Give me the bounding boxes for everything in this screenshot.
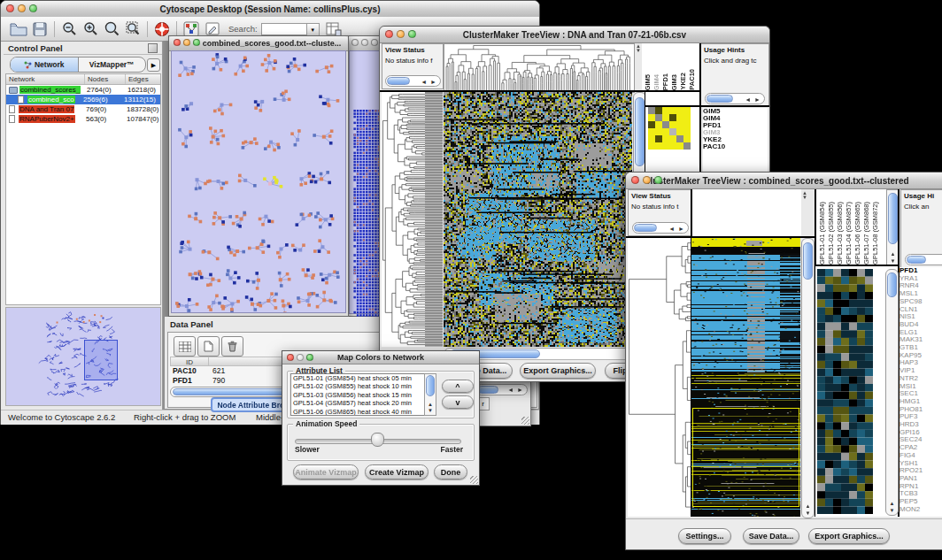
network-canvas-area[interactable] <box>171 50 346 313</box>
scroll-down-icon[interactable]: ▼ <box>886 508 898 513</box>
row-dendrogram-canvas[interactable] <box>628 238 691 517</box>
row-dendrogram-canvas[interactable] <box>382 92 425 347</box>
resize-grip[interactable] <box>521 417 529 425</box>
export-graphics-button[interactable]: Export Graphics... <box>808 528 890 544</box>
network-table-row[interactable]: RNAPuberNov2+563(0)107847(0) <box>6 114 160 124</box>
close-button[interactable] <box>287 354 294 361</box>
create-vizmap-button[interactable]: Create Vizmap <box>365 464 429 479</box>
heatmap-panel[interactable] <box>444 92 632 347</box>
scrollbar-thumb[interactable] <box>477 386 498 394</box>
scroll-down-icon[interactable]: ▼ <box>425 408 436 413</box>
close-button[interactable] <box>385 30 393 38</box>
open-folder-icon[interactable] <box>8 19 29 39</box>
minimize-button[interactable] <box>18 4 26 12</box>
scrollbar-thumb[interactable] <box>387 77 410 85</box>
move-up-button[interactable]: ^ <box>442 380 474 393</box>
attribute-list-item[interactable]: GPL51-03 (GSM856) heat shock 15 min <box>291 391 436 399</box>
animation-slider-thumb[interactable] <box>371 433 384 447</box>
tab-vizmapper[interactable]: VizMapper™ <box>79 58 146 72</box>
scroll-arrows-icon[interactable]: ◄ ► <box>745 96 761 104</box>
scrollbar-thumb[interactable] <box>634 224 657 232</box>
attribute-list-item[interactable]: GPL51-04 (GSM857) heat shock 20 min <box>291 399 436 407</box>
heatmap-canvas[interactable] <box>444 92 632 347</box>
fragment-hscrollbar[interactable]: ◄ ► <box>475 384 528 395</box>
scrollbar-thumb[interactable] <box>803 242 813 280</box>
minimize-button[interactable] <box>361 39 368 46</box>
row-dendrogram-panel[interactable] <box>382 92 425 347</box>
minimize-button[interactable] <box>643 176 651 184</box>
birdseye-canvas[interactable] <box>6 308 158 403</box>
minimize-button[interactable] <box>183 39 190 46</box>
network-table-row[interactable]: DNA and Tran 07769(0)183728(0) <box>6 104 160 114</box>
gene-row-label[interactable]: PAC10 <box>703 143 768 150</box>
scroll-down-icon[interactable]: ▼ <box>802 510 814 516</box>
tab-overflow-button[interactable]: ▶ <box>147 58 160 72</box>
subheat-matrix-canvas[interactable] <box>648 107 691 150</box>
zoom-fit-icon[interactable] <box>122 19 143 39</box>
scroll-arrows-icon[interactable]: ◄ ► <box>507 387 524 393</box>
close-button[interactable] <box>631 176 639 184</box>
column-dendrogram-panel[interactable] <box>691 189 801 236</box>
attribute-select-icon[interactable] <box>174 336 196 357</box>
dialog-title-bar[interactable]: Map Colors to Network <box>282 351 479 364</box>
zoom-out-icon[interactable] <box>58 19 80 39</box>
heatmap-vscrollbar[interactable]: ▲ ▼ <box>801 238 815 518</box>
scrollbar-thumb[interactable] <box>706 95 733 103</box>
save-data-button[interactable]: Save Data... <box>743 528 799 544</box>
network2-title-bar[interactable] <box>348 36 382 51</box>
column-dendrogram-panel[interactable] <box>444 43 635 93</box>
float-panel-icon[interactable] <box>148 43 158 53</box>
zoom-in-icon[interactable] <box>80 19 101 39</box>
delete-attribute-trash-icon[interactable] <box>221 336 243 357</box>
scroll-up-icon[interactable]: ▲ <box>425 402 436 407</box>
network2-grid-canvas[interactable] <box>351 110 382 331</box>
usage-hints-hscrollbar[interactable]: ◄ ► <box>705 93 765 104</box>
spinner-arrows-icon[interactable]: ▲▼ <box>802 191 807 200</box>
scrollbar-thumb[interactable] <box>907 256 926 264</box>
scroll-arrows-icon[interactable]: ◄ ► <box>668 225 685 234</box>
scrollbar-thumb[interactable] <box>887 272 897 297</box>
heatmap-selection-rect[interactable] <box>692 408 799 507</box>
subheat-vscrollbar[interactable]: ▲ ▼ <box>885 269 899 516</box>
zoom-button[interactable] <box>29 4 37 12</box>
attribute-list-item[interactable]: GPL51-06 (GSM865) heat shock 40 min <box>291 408 436 416</box>
close-button[interactable] <box>174 39 181 46</box>
scrollbar-thumb[interactable] <box>888 193 898 244</box>
birdseye-viewport-rect[interactable] <box>84 340 118 380</box>
network-table-row[interactable]: combined_sco2569(6)13112(15) <box>6 95 160 104</box>
treeview1-title-bar[interactable]: ClusterMaker TreeView : DNA and Tran 07-… <box>380 27 769 43</box>
zoom-button[interactable] <box>371 39 378 46</box>
scroll-up-icon[interactable]: ▲ <box>802 503 814 509</box>
export-graphics-button[interactable]: Export Graphics... <box>520 363 596 379</box>
minimize-button[interactable] <box>397 30 405 38</box>
subheat-canvas[interactable] <box>817 269 873 514</box>
zoom-button[interactable] <box>408 30 416 38</box>
column-dendrogram-canvas[interactable] <box>444 44 632 90</box>
row-dendrogram-panel[interactable] <box>628 238 691 517</box>
new-attribute-icon[interactable] <box>197 336 220 357</box>
scrollbar-thumb[interactable] <box>426 375 435 396</box>
save-icon[interactable] <box>29 19 50 39</box>
resize-grip[interactable] <box>470 476 478 484</box>
close-button[interactable] <box>351 39 359 46</box>
settings-button[interactable]: Settings... <box>678 528 731 544</box>
network-canvas[interactable] <box>172 51 345 312</box>
zoom-button[interactable] <box>306 354 313 361</box>
search-input[interactable] <box>261 23 307 35</box>
attribute-list-item[interactable]: GPL51-01 (GSM854) heat shock 05 min <box>291 374 436 382</box>
animate-vizmap-button[interactable]: Animate Vizmap <box>293 464 359 479</box>
network-table-row[interactable]: combined_scores_2764(0)16218(0) <box>6 85 160 95</box>
birdseye-view[interactable] <box>5 307 161 406</box>
network-title-bar[interactable]: combined_scores_good.txt--cluste... <box>169 36 348 51</box>
zoom-button[interactable] <box>193 39 200 46</box>
heatmap-panel[interactable] <box>691 238 800 517</box>
close-button[interactable] <box>6 4 14 12</box>
attribute-list-item[interactable]: GPL51-02 (GSM855) heat shock 10 min <box>291 382 436 390</box>
scrollbar-thumb[interactable] <box>635 97 645 166</box>
network2-canvas-area[interactable] <box>349 50 382 314</box>
zoom-button[interactable] <box>654 176 662 184</box>
done-button[interactable]: Done <box>434 464 467 479</box>
scroll-arrows-icon[interactable]: ◄ ► <box>421 78 437 87</box>
scroll-up-icon[interactable]: ▲ <box>886 501 898 506</box>
attribute-list-vscrollbar[interactable]: ▲ ▼ <box>424 373 436 416</box>
